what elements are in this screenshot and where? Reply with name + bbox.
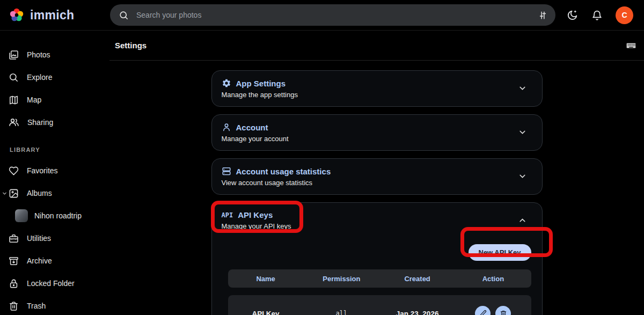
section-title: Account usage statistics [236, 167, 331, 176]
search-filter-icon[interactable] [538, 10, 548, 20]
sidebar-item-label: Utilities [27, 234, 51, 243]
explore-search-icon [9, 72, 19, 83]
sidebar-item-explore[interactable]: Explore [0, 66, 109, 89]
sidebar-item-label: Favorites [27, 166, 58, 175]
album-thumbnail [15, 209, 28, 222]
table-row: API Key all Jan 23, 2026 [228, 295, 531, 315]
keyboard-shortcuts-icon[interactable] [626, 40, 636, 51]
section-api-keys[interactable]: API API Keys Manage your API keys New AP… [211, 202, 543, 315]
chevron-down-icon[interactable] [518, 128, 527, 137]
notifications-bell-icon[interactable] [591, 10, 603, 21]
sidebar-item-label: Explore [27, 73, 52, 82]
sidebar-item-favorites[interactable]: Favorites [0, 159, 109, 182]
sidebar-item-label: Locked Folder [27, 279, 75, 288]
api-key-name: API Key [228, 310, 304, 315]
sidebar-item-map[interactable]: Map [0, 89, 109, 111]
chevron-down-icon[interactable] [2, 191, 8, 196]
section-title: Account [236, 123, 268, 132]
sidebar-item-label: Albums [27, 189, 52, 197]
theme-toggle-icon[interactable] [567, 9, 579, 21]
sidebar-item-album-nihon-roadtrip[interactable]: Nihon roadtrip [0, 204, 109, 227]
people-icon [9, 117, 19, 128]
trash-icon [500, 310, 507, 315]
album-title: Nihon roadtrip [34, 211, 82, 220]
sidebar-item-locked-folder[interactable]: Locked Folder [0, 272, 109, 295]
map-icon [9, 95, 19, 105]
section-subtitle: Manage the app settings [222, 91, 532, 99]
sidebar-item-albums[interactable]: Albums [0, 182, 109, 204]
api-keys-table: Name Permission Created Action API Key a… [228, 269, 531, 315]
archive-icon [9, 256, 19, 266]
column-header-name: Name [228, 275, 304, 283]
sidebar-item-archive[interactable]: Archive [0, 250, 109, 272]
section-account[interactable]: Account Manage your account [211, 114, 543, 151]
section-account-usage-statistics[interactable]: Account usage statistics View account us… [211, 158, 543, 195]
app-title: immich [30, 8, 74, 23]
section-subtitle: View account usage statistics [222, 179, 532, 187]
section-subtitle: Manage your account [222, 135, 532, 143]
api-key-created: Jan 23, 2026 [379, 310, 455, 315]
sidebar-item-label: Map [27, 96, 41, 104]
sidebar-item-utilities[interactable]: Utilities [0, 227, 109, 250]
chevron-down-icon[interactable] [518, 84, 527, 93]
section-app-settings[interactable]: App Settings Manage the app settings [211, 70, 543, 107]
sidebar-section-library: LIBRARY [0, 134, 109, 159]
topbar-actions: C [567, 6, 644, 24]
main-content: Settings App Settings Manage the app set… [109, 31, 644, 315]
api-icon: API [222, 211, 233, 219]
column-header-created: Created [379, 275, 455, 283]
sidebar-item-label: Sharing [27, 118, 53, 127]
heart-icon [9, 166, 19, 176]
sidebar-item-photos[interactable]: Photos [0, 43, 109, 66]
chevron-up-icon[interactable] [518, 216, 527, 225]
pencil-icon [479, 310, 487, 315]
trash-icon [9, 301, 19, 311]
top-bar: immich C [0, 0, 644, 31]
server-icon [222, 166, 231, 176]
photos-icon [9, 50, 19, 60]
toolbox-icon [9, 233, 19, 244]
search-input[interactable] [129, 11, 538, 19]
sidebar-item-label: Photos [27, 50, 50, 59]
section-subtitle: Manage your API keys [222, 222, 532, 230]
section-title: App Settings [236, 79, 286, 88]
sidebar-item-label: Trash [27, 302, 46, 310]
immich-logo[interactable]: immich [0, 7, 110, 23]
sidebar-item-trash[interactable]: Trash [0, 295, 109, 315]
chevron-down-icon[interactable] [518, 172, 527, 181]
delete-api-key-button[interactable] [495, 306, 511, 315]
section-title: API Keys [238, 210, 273, 219]
api-key-permission: all [304, 310, 379, 315]
table-header-row: Name Permission Created Action [228, 269, 531, 288]
user-icon [222, 122, 231, 132]
settings-list: App Settings Manage the app settings Acc… [109, 61, 644, 315]
immich-logo-icon [9, 7, 25, 23]
sidebar: Photos Explore Map Sharing LIBRARY Favor… [0, 31, 109, 315]
settings-header: Settings [109, 31, 644, 61]
search-icon [119, 10, 129, 20]
user-avatar[interactable]: C [616, 6, 633, 24]
lock-icon [9, 279, 19, 289]
new-api-key-button[interactable]: New API Key [469, 244, 531, 261]
sidebar-item-label: Archive [27, 257, 52, 265]
edit-api-key-button[interactable] [475, 306, 491, 315]
column-header-permission: Permission [304, 275, 379, 283]
album-icon [9, 188, 19, 199]
page-title: Settings [115, 41, 147, 50]
search-bar[interactable] [110, 4, 555, 26]
sidebar-item-sharing[interactable]: Sharing [0, 111, 109, 134]
column-header-action: Action [455, 275, 531, 283]
gear-icon [222, 78, 231, 88]
